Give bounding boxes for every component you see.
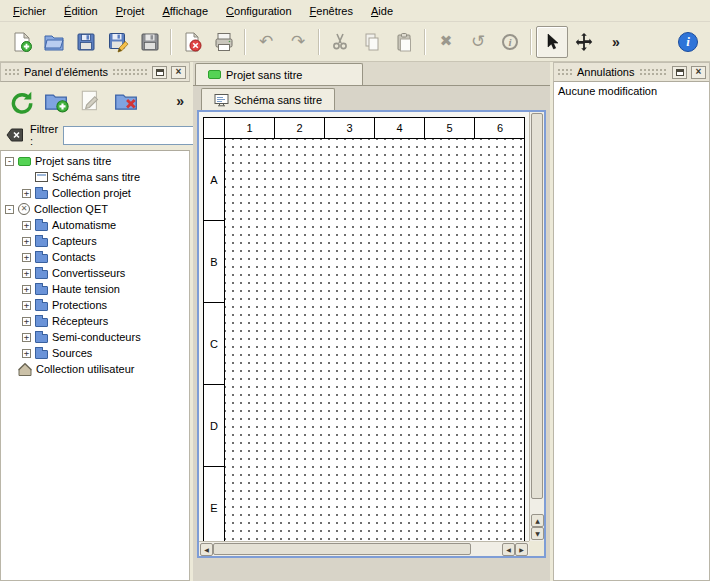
row-header: B xyxy=(204,221,225,303)
expander-icon[interactable] xyxy=(22,317,31,326)
toolbar-overflow-button[interactable]: » xyxy=(600,26,632,58)
main-area: Panel d'éléments × xyxy=(0,62,710,581)
tree-item-label: Projet sans titre xyxy=(35,155,111,167)
tree-item-sources[interactable]: Sources xyxy=(1,345,189,361)
undo-history-list[interactable]: Aucune modification xyxy=(553,82,710,581)
expander-icon[interactable] xyxy=(22,285,31,294)
scroll-up-button[interactable]: ▲ xyxy=(531,514,544,527)
expander-icon[interactable] xyxy=(22,349,31,358)
close-file-button[interactable] xyxy=(176,26,208,58)
pan-mode-button[interactable] xyxy=(568,26,600,58)
expander-icon[interactable] xyxy=(22,333,31,342)
tree-item-capteurs[interactable]: Capteurs xyxy=(1,233,189,249)
folder-icon xyxy=(35,318,48,327)
print-button[interactable] xyxy=(208,26,240,58)
dock-handle[interactable] xyxy=(639,68,669,76)
delete-element-button[interactable] xyxy=(111,86,141,116)
tree-item-recepteurs[interactable]: Récepteurs xyxy=(1,313,189,329)
tree-item-schema[interactable]: Schéma sans titre xyxy=(1,169,189,185)
expander-icon[interactable] xyxy=(22,221,31,230)
clear-filter-button[interactable] xyxy=(5,125,25,145)
scrollbar-track[interactable] xyxy=(531,499,543,514)
project-icon xyxy=(18,157,31,166)
expander-icon[interactable] xyxy=(22,189,31,198)
schema-tab-icon xyxy=(214,93,229,107)
save-as-button[interactable] xyxy=(102,26,134,58)
about-button[interactable]: i xyxy=(672,26,704,58)
save-button[interactable] xyxy=(70,26,102,58)
new-document-button[interactable] xyxy=(6,26,38,58)
tree-item-automatisme[interactable]: Automatisme xyxy=(1,217,189,233)
vertical-scrollbar-thumb[interactable] xyxy=(531,113,543,499)
expander-icon[interactable] xyxy=(5,205,14,214)
float-panel-button[interactable] xyxy=(152,66,167,79)
diagram-canvas[interactable]: 1 2 3 4 5 6 A B C D E xyxy=(199,112,529,541)
scrollbar-track[interactable] xyxy=(471,543,502,555)
scroll-right-button[interactable]: ▶ xyxy=(515,543,528,556)
menu-fenetres[interactable]: Fenêtres xyxy=(301,2,362,20)
tree-item-project[interactable]: Projet sans titre xyxy=(1,153,189,169)
expander-icon[interactable] xyxy=(22,301,31,310)
scroll-left-button-2[interactable]: ◀ xyxy=(502,543,515,556)
tree-item-semi-conducteurs[interactable]: Semi-conducteurs xyxy=(1,329,189,345)
tab-projet-sans-titre[interactable]: Projet sans titre xyxy=(195,63,363,85)
delete-button[interactable]: ✖ xyxy=(430,26,462,58)
print-icon xyxy=(213,31,235,53)
open-project-button[interactable] xyxy=(38,26,70,58)
dock-handle[interactable] xyxy=(112,68,148,76)
scroll-left-button[interactable]: ◀ xyxy=(200,543,213,556)
close-panel-button[interactable]: × xyxy=(171,66,186,79)
undo-panel-titlebar: Annulations × xyxy=(553,62,710,82)
expander-icon[interactable] xyxy=(22,253,31,262)
expander-icon[interactable] xyxy=(22,237,31,246)
menu-aide[interactable]: Aide xyxy=(362,2,402,20)
new-element-icon xyxy=(43,88,69,114)
panel-overflow-button[interactable]: » xyxy=(176,94,184,108)
horizontal-scrollbar[interactable]: ◀ ◀ ▶ xyxy=(199,541,529,556)
menu-fichier[interactable]: Fichier xyxy=(4,2,55,20)
new-document-icon xyxy=(11,31,33,53)
expander-icon[interactable] xyxy=(22,269,31,278)
menu-edition[interactable]: Édition xyxy=(55,2,107,20)
tree-item-label: Convertisseurs xyxy=(52,267,125,279)
reload-collections-button[interactable] xyxy=(6,86,36,116)
tree-item-convertisseurs[interactable]: Convertisseurs xyxy=(1,265,189,281)
diagram-window: Schéma sans titre 1 2 3 4 5 6 A xyxy=(197,86,546,558)
filter-input[interactable] xyxy=(63,126,213,145)
dock-handle[interactable] xyxy=(4,68,20,76)
new-element-button[interactable] xyxy=(41,86,71,116)
tab-schema-sans-titre[interactable]: Schéma sans titre xyxy=(201,88,335,110)
expander-icon[interactable] xyxy=(5,157,14,166)
cut-button[interactable] xyxy=(324,26,356,58)
tree-item-collection-utilisateur[interactable]: Collection utilisateur xyxy=(1,361,189,377)
scroll-down-button[interactable]: ▼ xyxy=(531,527,544,540)
menu-projet[interactable]: Projet xyxy=(107,2,154,20)
menu-configuration[interactable]: Configuration xyxy=(217,2,300,20)
tree-item-protections[interactable]: Protections xyxy=(1,297,189,313)
save-all-icon xyxy=(139,31,161,53)
menu-affichage[interactable]: Affichage xyxy=(153,2,217,20)
edit-element-button[interactable] xyxy=(76,86,106,116)
rotate-button[interactable]: ↺ xyxy=(462,26,494,58)
tree-item-label: Collection QET xyxy=(34,203,108,215)
element-tree[interactable]: Projet sans titre Schéma sans titre Coll… xyxy=(0,150,190,581)
tree-item-collection-projet[interactable]: Collection projet xyxy=(1,185,189,201)
diagram-info-button[interactable]: i xyxy=(494,26,526,58)
horizontal-scrollbar-thumb[interactable] xyxy=(213,543,471,555)
home-icon xyxy=(18,363,32,376)
vertical-scrollbar[interactable]: ▲ ▼ xyxy=(529,112,544,541)
diagram-grid[interactable] xyxy=(225,139,525,541)
copy-button[interactable] xyxy=(356,26,388,58)
redo-button[interactable]: ↷ xyxy=(282,26,314,58)
float-panel-button[interactable] xyxy=(672,66,687,79)
tree-item-haute-tension[interactable]: Haute tension xyxy=(1,281,189,297)
tree-item-collection-qet[interactable]: Collection QET xyxy=(1,201,189,217)
dock-handle[interactable] xyxy=(557,68,573,76)
save-all-button[interactable] xyxy=(134,26,166,58)
selection-mode-button[interactable] xyxy=(536,26,568,58)
undo-button[interactable]: ↶ xyxy=(250,26,282,58)
tree-item-contacts[interactable]: Contacts xyxy=(1,249,189,265)
undo-empty-text: Aucune modification xyxy=(558,85,657,97)
close-panel-button[interactable]: × xyxy=(691,66,706,79)
paste-button[interactable] xyxy=(388,26,420,58)
